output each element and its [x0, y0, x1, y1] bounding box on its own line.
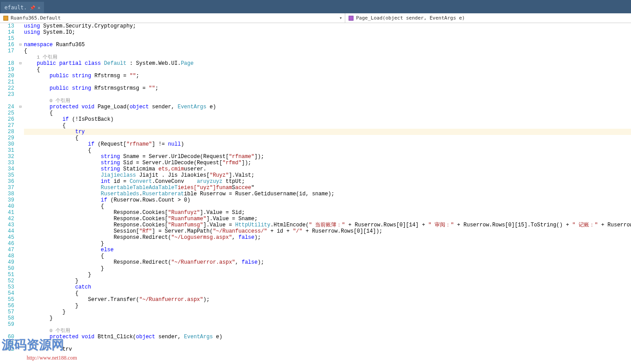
- chevron-down-icon: ▾: [339, 15, 343, 21]
- svg-rect-1: [349, 16, 353, 20]
- navigation-bar: Ruanfu365.Default ▾ Page_Load(object sen…: [0, 13, 631, 23]
- pushpin-icon[interactable]: 📌: [30, 5, 35, 10]
- member-navigator[interactable]: Page_Load(object sender, EventArgs e) ▾: [345, 13, 631, 23]
- close-icon[interactable]: ✕: [38, 5, 41, 11]
- fold-column[interactable]: ⊟⊟⊟: [18, 23, 23, 364]
- line-number-gutter: 1314151617181920212223242526272829303132…: [0, 23, 18, 364]
- svg-rect-0: [4, 16, 8, 20]
- code-content[interactable]: using System.Security.Cryptography;using…: [23, 23, 631, 364]
- class-icon: [3, 15, 9, 21]
- type-navigator-label: Ruanfu365.Default: [11, 15, 61, 21]
- method-icon: [348, 15, 354, 21]
- type-navigator[interactable]: Ruanfu365.Default ▾: [0, 13, 345, 23]
- document-tab[interactable]: efault. 📌 ✕: [1, 2, 44, 13]
- code-editor[interactable]: 1314151617181920212223242526272829303132…: [0, 23, 631, 364]
- document-tab-strip: efault. 📌 ✕: [0, 0, 631, 13]
- tab-label: efault.: [4, 4, 27, 11]
- editor-panel: Ruanfu365.Default ▾ Page_Load(object sen…: [0, 13, 631, 364]
- member-navigator-label: Page_Load(object sender, EventArgs e): [356, 15, 465, 21]
